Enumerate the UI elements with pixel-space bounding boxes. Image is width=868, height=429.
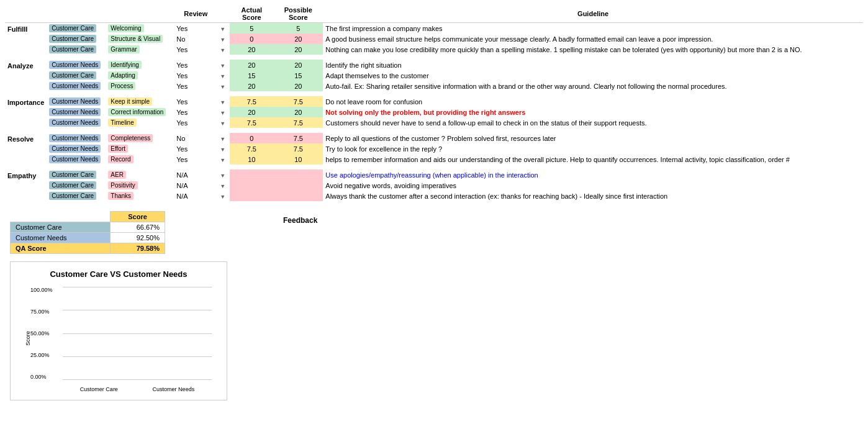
subcategory-cell: Process xyxy=(106,81,174,91)
actual-score-cell: 7.5 xyxy=(230,117,273,128)
category-cell: Customer Care xyxy=(47,44,106,55)
score-row-cc: Customer Care 66.67% xyxy=(11,222,165,233)
dropdown-arrow-icon[interactable]: ▼ xyxy=(220,73,225,79)
dropdown-arrow-icon[interactable]: ▼ xyxy=(220,99,225,106)
possible-score-cell: 20 xyxy=(273,44,323,55)
score-row-qa: QA Score 79.58% xyxy=(11,243,165,254)
subcategory-cell: Positivity xyxy=(106,180,174,191)
dropdown-cell[interactable]: ▼ xyxy=(217,96,230,107)
guideline-cell: A good business email structure helps co… xyxy=(323,34,863,44)
actual-score-cell: 0 xyxy=(230,34,273,44)
dropdown-arrow-icon[interactable]: ▼ xyxy=(220,136,225,142)
dropdown-cell[interactable]: ▼ xyxy=(217,70,230,81)
possible-score-cell: 20 xyxy=(273,34,323,44)
actual-score-cell: 20 xyxy=(230,107,273,117)
category-cell: Customer Care xyxy=(47,169,106,180)
dropdown-arrow-icon[interactable]: ▼ xyxy=(220,157,225,163)
guideline-cell: Do not leave room for confusion xyxy=(323,96,863,107)
dropdown-cell[interactable]: ▼ xyxy=(217,143,230,154)
dropdown-arrow-icon[interactable]: ▼ xyxy=(220,147,225,153)
actual-score-cell: 7.5 xyxy=(230,143,273,154)
review-cell: Yes xyxy=(174,81,217,91)
guideline-cell: helps to remember information and aids o… xyxy=(323,154,863,165)
category-cell: Customer Needs xyxy=(47,81,106,91)
dropdown-cell[interactable]: ▼ xyxy=(217,23,230,34)
dropdown-cell[interactable]: ▼ xyxy=(217,169,230,180)
possible-score-cell: 7.5 xyxy=(273,143,323,154)
dropdown-arrow-icon[interactable]: ▼ xyxy=(220,173,225,179)
guideline-cell: Use apologies/empathy/reassuring (when a… xyxy=(323,169,863,180)
actual-score-cell: 20 xyxy=(230,60,273,70)
chart-x-labels: Customer Care Customer Needs xyxy=(63,386,212,392)
dropdown-arrow-icon[interactable]: ▼ xyxy=(220,194,225,200)
table-row: Customer Care Grammar Yes ▼ 20 20 Nothin… xyxy=(5,44,863,55)
bottom-section: Score Customer Care 66.67% Customer Need… xyxy=(5,211,863,400)
spacer-row xyxy=(5,55,863,60)
subcategory-tag: Timeline xyxy=(108,119,136,127)
header-dropdown-spacer xyxy=(217,5,230,23)
dropdown-cell[interactable]: ▼ xyxy=(217,34,230,44)
y-tick-4: 75.00% xyxy=(30,309,53,315)
spacer-cell xyxy=(5,91,863,96)
table-row: Customer Needs Process Yes ▼ 20 20 Auto-… xyxy=(5,81,863,91)
chart-container: Customer Care VS Customer Needs Score 10… xyxy=(10,261,227,400)
subcategory-cell: Welcoming xyxy=(106,23,174,34)
category-tag: Customer Care xyxy=(49,71,96,79)
header-subcategory xyxy=(106,5,174,23)
score-cn-value: 92.50% xyxy=(111,233,165,243)
review-cell: Yes xyxy=(174,154,217,165)
dropdown-cell[interactable]: ▼ xyxy=(217,60,230,70)
table-header: Review Actual Score Possible Score Guide… xyxy=(5,5,863,23)
spacer-row xyxy=(5,91,863,96)
table-row: Customer Care Adapting Yes ▼ 15 15 Adapt… xyxy=(5,70,863,81)
score-empty-header xyxy=(11,212,111,222)
dropdown-arrow-icon[interactable]: ▼ xyxy=(220,84,225,90)
dropdown-arrow-icon[interactable]: ▼ xyxy=(220,37,225,43)
review-cell: Yes xyxy=(174,96,217,107)
dropdown-arrow-icon[interactable]: ▼ xyxy=(220,63,225,69)
dropdown-arrow-icon[interactable]: ▼ xyxy=(220,110,225,116)
subcategory-tag: Keep it simple xyxy=(108,97,152,106)
subcategory-cell: Identifying xyxy=(106,60,174,70)
chart-wrapper: Score 100.00% 75.00% 50.00% 25.00% 0.00% xyxy=(19,284,218,392)
dropdown-cell[interactable]: ▼ xyxy=(217,191,230,201)
table-row: Fulfilll Customer Care Welcoming Yes ▼ 5… xyxy=(5,23,863,34)
subcategory-cell: Effort xyxy=(106,143,174,154)
dropdown-cell[interactable]: ▼ xyxy=(217,154,230,165)
dropdown-cell[interactable]: ▼ xyxy=(217,107,230,117)
dropdown-arrow-icon[interactable]: ▼ xyxy=(220,26,225,32)
chart-title: Customer Care VS Customer Needs xyxy=(18,269,219,279)
dropdown-cell[interactable]: ▼ xyxy=(217,81,230,91)
review-cell: Yes xyxy=(174,143,217,154)
review-cell: Yes xyxy=(174,70,217,81)
dropdown-cell[interactable]: ▼ xyxy=(217,133,230,143)
actual-score-cell xyxy=(230,191,273,201)
review-cell: No xyxy=(174,133,217,143)
feedback-label: Feedback xyxy=(283,216,317,225)
dropdown-cell[interactable]: ▼ xyxy=(217,117,230,128)
possible-score-cell: 20 xyxy=(273,81,323,91)
dropdown-cell[interactable]: ▼ xyxy=(217,44,230,55)
table-row: Resolve Customer Needs Completeness No ▼… xyxy=(5,133,863,143)
possible-score-cell: 7.5 xyxy=(273,133,323,143)
category-tag: Customer Needs xyxy=(49,82,101,90)
subcategory-tag: Grammar xyxy=(108,45,139,53)
score-cn-label: Customer Needs xyxy=(11,233,111,243)
subcategory-cell: Adapting xyxy=(106,70,174,81)
dropdown-cell[interactable]: ▼ xyxy=(217,180,230,191)
possible-score-cell xyxy=(273,169,323,180)
table-row: Analyze Customer Needs Identifying Yes ▼… xyxy=(5,60,863,70)
category-tag: Customer Care xyxy=(49,192,96,200)
main-container: Review Actual Score Possible Score Guide… xyxy=(0,0,868,429)
category-cell: Customer Care xyxy=(47,191,106,201)
dropdown-arrow-icon[interactable]: ▼ xyxy=(220,120,225,127)
dropdown-arrow-icon[interactable]: ▼ xyxy=(220,183,225,189)
dropdown-arrow-icon[interactable]: ▼ xyxy=(220,47,225,53)
category-cell: Customer Needs xyxy=(47,154,106,165)
actual-score-cell xyxy=(230,180,273,191)
y-tick-5: 100.00% xyxy=(30,287,53,293)
subcategory-cell: Keep it simple xyxy=(106,96,174,107)
actual-score-cell xyxy=(230,169,273,180)
guideline-cell: Always thank the customer after a second… xyxy=(323,191,863,201)
table-row: Customer Care Positivity N/A ▼ Avoid neg… xyxy=(5,180,863,191)
